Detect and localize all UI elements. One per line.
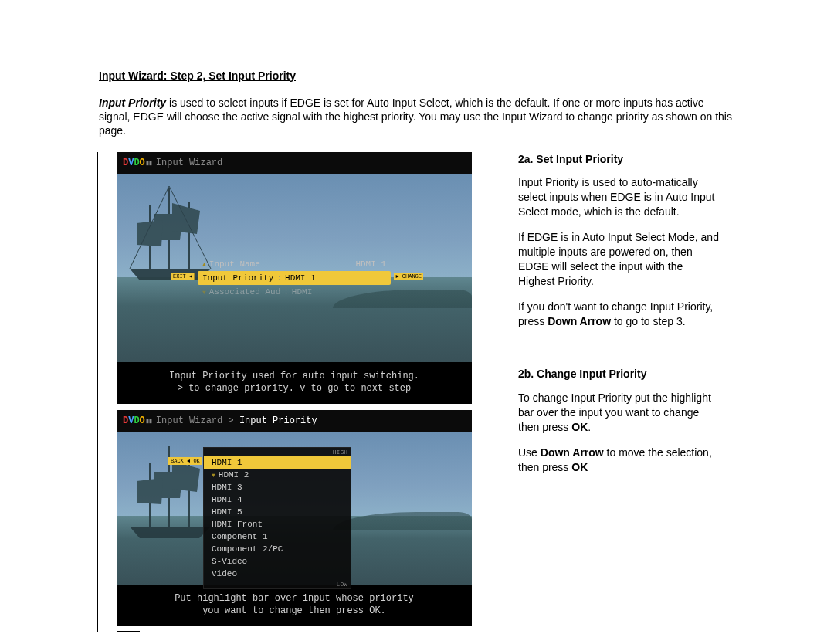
bottom-rule (117, 631, 140, 632)
list-item-label: Component 1 (212, 532, 268, 541)
crumb-1: Input Wizard (156, 415, 222, 426)
dvdo-logo: DVDO▮▮ (123, 415, 151, 426)
list-item[interactable]: HDMI 5 (204, 506, 351, 518)
arrow-down-icon (202, 287, 206, 297)
value: HDMI 1 (285, 273, 316, 283)
bold-keyword: OK (571, 421, 588, 433)
value: HDMI (292, 287, 312, 297)
screenshot-set-priority: DVDO▮▮ Input Wizard (117, 152, 472, 404)
arrow-down-icon (212, 473, 215, 479)
list-item-label: Video (212, 569, 237, 578)
crumb-2: Input Priority (239, 415, 317, 426)
bold-keyword: Down Arrow (541, 446, 604, 459)
list-item-label: HDMI 5 (212, 507, 242, 517)
osd-menu-rows: Input Name HDMI 1 EXIT ◄ Input Priority … (198, 257, 391, 299)
list-item[interactable]: Component 1 (204, 530, 351, 543)
page-number: 10 (0, 612, 834, 624)
osd-titlebar-2: DVDO▮▮ Input Wizard > Input Priority (117, 410, 472, 432)
list-item-label: HDMI 2 (219, 470, 249, 480)
list-item[interactable]: Component 2/PC (204, 543, 351, 555)
section-2b-p2: Use Down Arrow to move the selection, th… (518, 446, 719, 475)
text: To change Input Priority put the highlig… (518, 391, 711, 433)
colon: : (276, 273, 282, 283)
list-header-high: HIGH (204, 448, 351, 456)
section-2a-p1: Input Priority is used to auto-matically… (518, 175, 719, 219)
intro-lead: Input Priority (99, 97, 166, 109)
value: HDMI 1 (355, 259, 386, 269)
hill (333, 512, 472, 530)
section-2a-p3: If you don't want to change Input Priori… (518, 300, 719, 329)
section-2b-p1: To change Input Priority put the highlig… (518, 391, 719, 435)
breadcrumb: Input Wizard > Input Priority (156, 415, 317, 426)
dvdo-logo: DVDO▮▮ (123, 158, 151, 168)
text: Use (518, 446, 541, 459)
caption-line: Input Priority used for auto input switc… (121, 370, 467, 382)
list-item-label: HDMI Front (212, 520, 263, 529)
list-item-label: S-Video (212, 557, 247, 566)
breadcrumb: Input Wizard (156, 158, 222, 168)
change-hint: ► CHANGE (394, 273, 423, 280)
menu-row-input-priority[interactable]: EXIT ◄ Input Priority : HDMI 1 ► CHANGE (198, 271, 391, 285)
osd-titlebar-1: DVDO▮▮ Input Wizard (117, 152, 472, 174)
label: Associated Aud (209, 287, 280, 297)
label: Input Name (209, 259, 260, 269)
list-item-label: HDMI 1 (212, 458, 242, 467)
list-item-label: HDMI 4 (212, 495, 242, 504)
osd-caption-1: Input Priority used for auto input switc… (117, 362, 472, 404)
bold-keyword: OK (571, 461, 588, 473)
section-2a-heading: 2a. Set Input Priority (518, 152, 719, 167)
bold-keyword: Down Arrow (548, 315, 611, 327)
page-title: Input Wizard: Step 2, Set Input Priority (99, 69, 735, 82)
list-item-label: Component 2/PC (212, 544, 283, 554)
caption-line: > to change priority. v to go to next st… (121, 382, 467, 395)
intro-paragraph: Input Priority is used to select inputs … (99, 96, 735, 138)
screenshot-change-priority: DVDO▮▮ Input Wizard > Input Priority (117, 410, 472, 626)
list-item[interactable]: HDMI 2 (204, 469, 351, 481)
section-2a-p2: If EDGE is in Auto Input Select Mode, an… (518, 230, 719, 289)
list-item-label: HDMI 3 (212, 483, 242, 492)
menu-row-associated-audio: Associated Aud : HDMI (198, 285, 391, 299)
list-item[interactable]: HDMI 3 (204, 481, 351, 493)
menu-row-input-name: Input Name HDMI 1 (198, 257, 391, 271)
explanations-column: 2a. Set Input Priority Input Priority is… (518, 152, 719, 632)
text: . (588, 421, 591, 433)
list-item[interactable]: Video (204, 568, 351, 580)
chevron-right-icon: > (228, 415, 239, 426)
priority-listbox: HIGH BACK ◄ OK HDMI 1 HDMI 2 HDMI 3 HDMI… (203, 447, 351, 589)
caption-line: Put highlight bar over input whose prior… (121, 592, 467, 605)
section-2b-heading: 2b. Change Input Priority (518, 367, 719, 381)
text: to go to step 3. (611, 315, 686, 327)
intro-rest: is used to select inputs if EDGE is set … (99, 97, 732, 137)
exit-hint: EXIT ◄ (171, 273, 195, 280)
arrow-up-icon (202, 259, 206, 269)
label: Input Priority (202, 273, 273, 283)
back-ok-hint: BACK ◄ OK (168, 457, 202, 465)
list-footer-low: LOW (204, 580, 351, 588)
list-item[interactable]: HDMI Front (204, 518, 351, 530)
screenshots-column: DVDO▮▮ Input Wizard (97, 152, 487, 632)
list-item[interactable]: HDMI 4 (204, 493, 351, 506)
list-item[interactable]: BACK ◄ OK HDMI 1 (204, 456, 351, 469)
list-item[interactable]: S-Video (204, 555, 351, 568)
